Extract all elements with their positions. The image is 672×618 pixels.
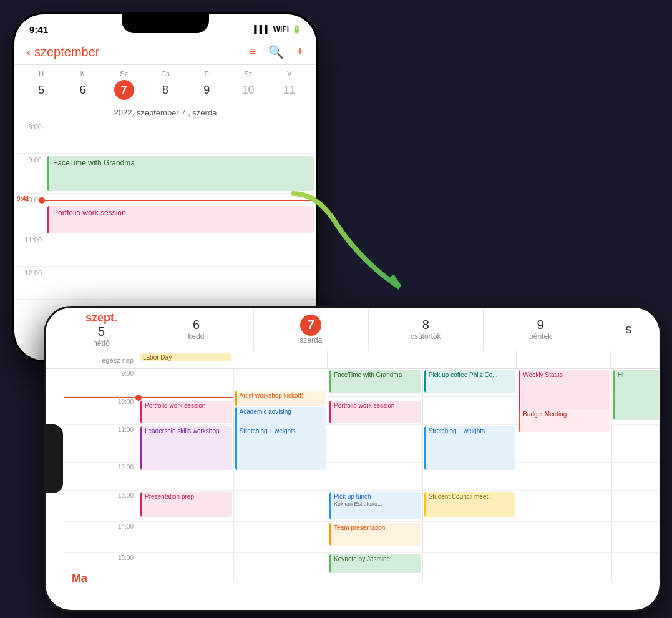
- portfolio-event-portrait[interactable]: Portfolio work session: [47, 206, 314, 233]
- inner-time-1300: 13:00: [118, 492, 134, 499]
- time-label-1200: 12:00: [14, 267, 46, 277]
- day-name-ls-tue: kedd: [188, 332, 204, 341]
- day-cell-ls-mon-5: Presentation prep: [139, 491, 234, 521]
- allday-row: egész nap Labor Day: [46, 351, 660, 369]
- battery-icon: 🔋: [292, 25, 301, 34]
- pickup-coffee-label: Pick up coffee Philz Co...: [429, 371, 498, 378]
- day-cell-ls-thu-3: Stretching + weights: [423, 425, 518, 462]
- portfolio-mon-event[interactable]: Portfolio work session: [140, 401, 232, 423]
- day-cell-ls-s-7: [612, 553, 660, 581]
- add-icon[interactable]: +: [296, 44, 304, 59]
- day-cell-ls-thu-7: [423, 553, 518, 581]
- facetime-event-portrait[interactable]: FaceTime with Grandma: [47, 156, 314, 191]
- day-col-thu[interactable]: Cs 8: [145, 70, 186, 100]
- day-num-wed-today: 7: [114, 80, 134, 100]
- day-cell-ls-mon-1: [139, 369, 234, 396]
- day-col-sat[interactable]: Sz 10: [227, 70, 268, 100]
- time-row-800: 8:00: [14, 120, 316, 154]
- day-cell-ls-mon-6: [139, 522, 234, 552]
- time-row-ls-7: 15:00 Keynote by Jasmine: [64, 553, 660, 581]
- time-row-ls-5: 13:00 Presentation prep Pick up lunch Ko…: [64, 491, 660, 522]
- time-label-ls-1100: 11:00: [64, 425, 139, 462]
- day-cell-ls-wed-6: Team presentation: [328, 522, 423, 552]
- day-cell-ls-thu-2: [423, 397, 518, 424]
- day-col-sun[interactable]: V 11: [269, 70, 310, 100]
- time-label-1100: 11:00: [14, 233, 46, 243]
- day-cell-ls-wed-3: [328, 425, 423, 462]
- time-grid-portrait: 8:00 9:00 FaceTime with Grandma 9:41: [14, 120, 316, 300]
- signal-icon: ▌▌▌: [254, 25, 270, 34]
- cal-header-icons: ≡ 🔍 +: [249, 44, 304, 59]
- cal-header-portrait: ‹ szeptember ≡ 🔍 +: [14, 42, 316, 65]
- facetime-event-ls[interactable]: FaceTime with Grandma: [329, 370, 421, 393]
- back-chevron-icon[interactable]: ‹: [27, 46, 31, 59]
- day-name-ls-wed: szerda: [299, 336, 322, 345]
- student-council-event[interactable]: Student Council meeti...: [424, 492, 516, 517]
- day-letter-sat: Sz: [244, 70, 252, 77]
- day-cell-ls-s-3: [612, 425, 660, 462]
- day-letter-mon: H: [39, 70, 44, 77]
- day-cell-ls-mon-2: Portfolio work session: [139, 397, 234, 424]
- time-label-ls-1200: 12:00: [64, 463, 139, 490]
- day-col-mon[interactable]: H 5: [21, 70, 62, 100]
- day-cell-ls-fri-3: [517, 425, 612, 462]
- student-council-label: Student Council meeti...: [429, 493, 495, 500]
- week-header-s: s: [598, 308, 660, 351]
- day-letter-tue: K: [80, 70, 85, 77]
- team-presentation-label: Team presentation: [334, 524, 385, 531]
- list-icon[interactable]: ≡: [249, 44, 256, 59]
- day-cell-ls-s-5: [612, 491, 660, 521]
- day-letter-wed: Sz: [120, 70, 128, 77]
- date-label-portrait: 2022. szeptember 7., szerda: [14, 104, 316, 120]
- presentation-prep-event[interactable]: Presentation prep: [140, 492, 232, 517]
- time-row-1200: 12:00: [14, 267, 316, 300]
- search-icon[interactable]: 🔍: [268, 44, 284, 59]
- day-cell-ls-tue-4: [234, 463, 329, 490]
- day-col-wed[interactable]: Sz 7: [104, 70, 145, 100]
- time-events-1000: Portfolio work session: [46, 194, 316, 226]
- time-row-1100: 11:00: [14, 233, 316, 267]
- time-label-ls-1000: 10:00: [64, 397, 139, 424]
- week-header-6[interactable]: 6 kedd: [139, 308, 254, 351]
- time-events-1100: [46, 233, 316, 266]
- week-header-9[interactable]: 9 péntek: [484, 308, 598, 351]
- day-cell-ls-fri-6: [517, 522, 612, 552]
- allday-cell-tue: [233, 351, 328, 368]
- ma-label: Ma: [72, 572, 87, 585]
- day-num-thu: 8: [155, 80, 175, 100]
- day-col-tue[interactable]: K 6: [62, 70, 103, 100]
- day-cell-ls-wed-1: FaceTime with Grandma: [328, 369, 423, 396]
- labor-day-event[interactable]: Labor Day: [140, 353, 231, 361]
- day-cell-ls-wed-4: [328, 463, 423, 490]
- pickup-coffee-event[interactable]: Pick up coffee Philz Co...: [424, 370, 516, 393]
- day-letter-fri: P: [205, 70, 209, 77]
- artist-workshop-event[interactable]: Artist workshop kickoff!: [235, 391, 327, 406]
- current-time-label-portrait: 9:41: [17, 195, 29, 202]
- day-name-ls-mon: hétfő: [93, 339, 110, 348]
- inner-time-1100: 11:00: [118, 426, 134, 433]
- pickup-lunch-event[interactable]: Pick up lunch Kokkari Estiatorio...: [329, 492, 421, 519]
- day-cell-ls-wed-5: Pick up lunch Kokkari Estiatorio...: [328, 491, 423, 521]
- inner-time-1400: 14:00: [118, 523, 134, 530]
- allday-cell-s: [611, 351, 660, 368]
- day-num-ls-9: 9: [537, 318, 544, 332]
- team-presentation-event[interactable]: Team presentation: [329, 523, 421, 546]
- portfolio-wed-label: Portfolio work session: [334, 402, 394, 409]
- portfolio-wed-event[interactable]: Portfolio work session: [329, 401, 421, 423]
- inner-time-900: 9:00: [122, 370, 134, 377]
- time-row-ls-1: 9:00 FaceTime with Grandma Pick up coffe…: [64, 369, 660, 397]
- time-row-ls-6: 14:00 Team presentation: [64, 522, 660, 553]
- time-grid-landscape: 9:00 FaceTime with Grandma Pick up coffe…: [46, 369, 660, 610]
- arrow-container: [287, 187, 449, 325]
- day-cell-ls-thu-6: [423, 522, 518, 552]
- time-row-ls-2: 10:00 Portfolio work session Artist work…: [64, 397, 660, 425]
- cal-month-nav[interactable]: ‹ szeptember: [27, 45, 100, 59]
- portfolio-mon-label: Portfolio work session: [145, 402, 205, 409]
- day-col-fri[interactable]: P 9: [186, 70, 227, 100]
- keynote-event[interactable]: Keynote by Jasmine: [329, 554, 421, 573]
- notch-landscape: [46, 424, 63, 493]
- status-icons: ▌▌▌ WiFi 🔋: [254, 25, 301, 34]
- day-cell-ls-s-6: [612, 522, 660, 552]
- day-num-mon: 5: [31, 80, 51, 100]
- day-cell-ls-fri-4: [517, 463, 612, 490]
